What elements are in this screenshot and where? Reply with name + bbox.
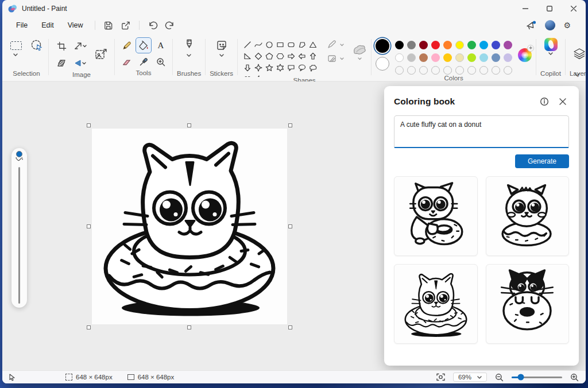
palette-swatch[interactable] bbox=[443, 41, 452, 49]
palette-swatch-empty[interactable] bbox=[419, 66, 428, 75]
palette-swatch[interactable] bbox=[492, 53, 500, 62]
generate-button[interactable]: Generate bbox=[515, 154, 569, 168]
selection-handle-s[interactable] bbox=[187, 325, 191, 329]
color1-swatch[interactable] bbox=[376, 39, 389, 53]
pencil-tool[interactable] bbox=[119, 38, 134, 53]
slider-handle[interactable] bbox=[16, 151, 22, 157]
fit-to-screen-icon[interactable] bbox=[436, 373, 445, 381]
maximize-button[interactable] bbox=[537, 0, 562, 17]
slider-track[interactable] bbox=[18, 167, 20, 304]
color2-swatch[interactable] bbox=[376, 57, 389, 71]
palette-swatch[interactable] bbox=[407, 53, 416, 62]
redo-button[interactable] bbox=[161, 18, 179, 32]
panel-close-icon[interactable] bbox=[556, 95, 569, 108]
shape-arrow-down[interactable] bbox=[242, 62, 253, 73]
fill-tool[interactable] bbox=[136, 38, 151, 53]
brushes-button[interactable] bbox=[181, 38, 196, 53]
edit-colors-button[interactable] bbox=[518, 48, 532, 62]
shape-heart[interactable] bbox=[242, 73, 253, 77]
selection-handle-se[interactable] bbox=[288, 325, 292, 329]
account-avatar[interactable] bbox=[545, 20, 555, 30]
fill-tolerance-slider[interactable] bbox=[11, 148, 27, 308]
palette-swatch[interactable] bbox=[419, 53, 428, 62]
shape-line[interactable] bbox=[242, 39, 253, 51]
settings-gear-icon[interactable]: ⚙ bbox=[563, 21, 571, 29]
crop-tool[interactable] bbox=[54, 38, 69, 53]
palette-swatch[interactable] bbox=[455, 41, 464, 49]
copilot-icon[interactable] bbox=[544, 38, 558, 51]
shape-rounded-rectangle[interactable] bbox=[285, 39, 296, 51]
palette-swatch[interactable] bbox=[467, 53, 476, 62]
shape-pentagon[interactable] bbox=[264, 51, 274, 62]
magnifier-tool[interactable] bbox=[153, 55, 168, 69]
color-picker-tool[interactable] bbox=[136, 55, 151, 69]
thumbnail-cat-hugging-donut[interactable] bbox=[394, 176, 478, 256]
brushes-dropdown-chevron[interactable] bbox=[187, 54, 191, 57]
zoom-in-icon[interactable] bbox=[570, 373, 579, 382]
palette-swatch-empty[interactable] bbox=[504, 66, 512, 75]
layers-button[interactable] bbox=[571, 45, 586, 63]
palette-swatch[interactable] bbox=[395, 53, 404, 62]
palette-swatch[interactable] bbox=[431, 53, 440, 62]
zoom-slider-handle[interactable] bbox=[518, 374, 524, 381]
palette-swatch-empty[interactable] bbox=[467, 66, 476, 75]
shape-speech-bubble-rect[interactable] bbox=[285, 62, 296, 73]
shape-fill-dropdown[interactable] bbox=[327, 54, 344, 63]
selection-handle-sw[interactable] bbox=[87, 325, 91, 329]
shape-arrow-left[interactable] bbox=[296, 51, 307, 62]
ribbon-collapse-chevron[interactable] bbox=[574, 73, 580, 76]
palette-swatch[interactable] bbox=[395, 41, 404, 49]
eraser-tool[interactable] bbox=[119, 55, 134, 69]
shape-triangle[interactable] bbox=[307, 39, 318, 51]
palette-swatch-empty[interactable] bbox=[395, 66, 404, 75]
shape-thought-bubble[interactable] bbox=[307, 62, 318, 73]
palette-swatch-empty[interactable] bbox=[455, 66, 464, 75]
thumbnail-cat-sitting-in-donut[interactable] bbox=[394, 264, 478, 344]
resize-tool[interactable] bbox=[71, 38, 88, 53]
info-icon[interactable] bbox=[538, 95, 551, 108]
selection-handle-ne[interactable] bbox=[288, 123, 292, 127]
shape-arrow-right[interactable] bbox=[285, 51, 296, 62]
shape-four-point-star[interactable] bbox=[253, 62, 264, 73]
rectangle-select-tool[interactable] bbox=[9, 38, 24, 53]
palette-swatch[interactable] bbox=[419, 41, 428, 49]
shape-five-point-star[interactable] bbox=[264, 62, 274, 73]
selection-handle-n[interactable] bbox=[187, 123, 191, 127]
menu-file[interactable]: File bbox=[9, 19, 34, 32]
shape-curve[interactable] bbox=[253, 39, 264, 51]
zoom-slider[interactable] bbox=[512, 377, 562, 378]
close-button[interactable] bbox=[562, 0, 586, 17]
free-select-tool[interactable] bbox=[29, 38, 44, 53]
palette-swatch[interactable] bbox=[407, 41, 416, 49]
palette-swatch-empty[interactable] bbox=[431, 66, 440, 75]
save-button[interactable] bbox=[100, 18, 117, 32]
palette-swatch[interactable] bbox=[431, 41, 440, 49]
palette-swatch[interactable] bbox=[492, 41, 500, 49]
palette-swatch[interactable] bbox=[443, 53, 452, 62]
palette-swatch[interactable] bbox=[479, 53, 488, 62]
image-options-button[interactable] bbox=[92, 45, 110, 64]
shape-hexagon[interactable] bbox=[274, 51, 285, 62]
thumbnail-fluffy-cat-on-donut[interactable] bbox=[486, 176, 570, 256]
palette-swatch[interactable] bbox=[504, 53, 512, 62]
shape-speech-bubble-oval[interactable] bbox=[296, 62, 307, 73]
selection-dropdown-chevron[interactable] bbox=[13, 53, 18, 56]
prompt-input[interactable]: A cute fluffy cat on a donut bbox=[394, 115, 569, 148]
zoom-level-dropdown[interactable]: 69% bbox=[453, 373, 487, 382]
shape-arrow-up[interactable] bbox=[307, 51, 318, 62]
zoom-out-icon[interactable] bbox=[495, 373, 504, 382]
palette-swatch-empty[interactable] bbox=[407, 66, 416, 75]
shape-rectangle[interactable] bbox=[274, 39, 285, 51]
pattern-tool[interactable] bbox=[54, 56, 69, 71]
shape-ellipse[interactable] bbox=[264, 39, 274, 51]
shape-polygon[interactable] bbox=[296, 39, 307, 51]
text-tool[interactable]: A bbox=[153, 38, 168, 53]
palette-swatch[interactable] bbox=[467, 41, 476, 49]
shape-right-triangle[interactable] bbox=[242, 51, 253, 62]
palette-swatch[interactable] bbox=[455, 53, 464, 62]
palette-swatch-empty[interactable] bbox=[479, 66, 488, 75]
undo-button[interactable] bbox=[144, 18, 161, 32]
menu-edit[interactable]: Edit bbox=[34, 19, 61, 32]
copilot-dropdown-chevron[interactable] bbox=[548, 52, 553, 55]
selection-handle-e[interactable] bbox=[288, 224, 292, 228]
